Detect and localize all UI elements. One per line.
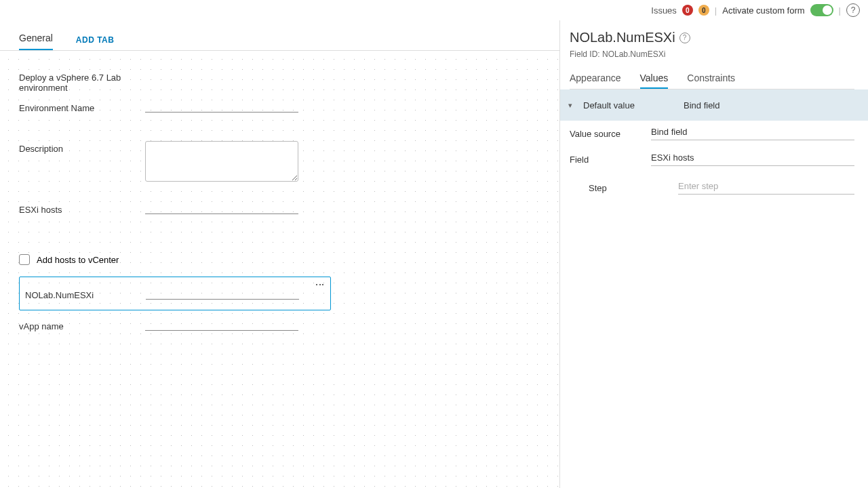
selected-field-input[interactable] — [146, 287, 299, 300]
form-title-label[interactable]: Deploy a vSphere 6.7 Lab environment — [19, 70, 145, 93]
selected-field-nolab-numesxi[interactable]: NOLab.NumESXi ⋮ — [19, 277, 331, 310]
value-source-select[interactable]: Bind field — [651, 127, 854, 140]
selected-field-label: NOLab.NumESXi — [25, 287, 146, 300]
activate-custom-form-toggle[interactable] — [810, 4, 833, 16]
separator: | — [715, 5, 717, 16]
form-canvas[interactable]: Deploy a vSphere 6.7 Lab environment Env… — [0, 51, 559, 488]
vapp-name-input[interactable] — [145, 319, 298, 331]
environment-name-label[interactable]: Environment Name — [19, 100, 145, 113]
field-id-label: Field ID: NOLab.NumESXi — [570, 49, 854, 59]
side-panel-title: NOLab.NumESXi ? — [570, 30, 854, 45]
side-panel: NOLab.NumESXi ? Field ID: NOLab.NumESXi … — [560, 20, 868, 488]
side-tabs: Appearance Values Constraints — [570, 68, 854, 89]
esxi-hosts-input[interactable] — [145, 202, 298, 214]
default-value-section[interactable]: ▾ Default value Bind field — [560, 89, 868, 121]
step-input[interactable]: Enter step — [678, 181, 854, 195]
activate-custom-form-label: Activate custom form — [722, 5, 804, 16]
add-hosts-label[interactable]: Add hosts to vCenter — [37, 255, 119, 265]
tab-appearance[interactable]: Appearance — [570, 68, 621, 89]
tab-values[interactable]: Values — [640, 68, 669, 89]
environment-name-input[interactable] — [145, 100, 298, 113]
kebab-menu-icon[interactable]: ⋮ — [315, 280, 325, 289]
side-help-icon[interactable]: ? — [679, 33, 690, 43]
form-tabs: General ADD TAB — [0, 20, 559, 51]
side-panel-title-text: NOLab.NumESXi — [570, 30, 675, 45]
field-key: Field — [570, 155, 651, 165]
add-hosts-checkbox[interactable] — [19, 254, 30, 265]
esxi-hosts-label[interactable]: ESXi hosts — [19, 202, 145, 215]
tab-constraints[interactable]: Constraints — [687, 68, 735, 89]
vapp-name-label[interactable]: vApp name — [19, 319, 145, 331]
topbar: Issues 0 0 | Activate custom form | ? — [0, 0, 868, 20]
issues-label: Issues — [651, 5, 677, 16]
step-key: Step — [589, 183, 678, 193]
description-textarea[interactable] — [145, 141, 298, 182]
default-value-summary: Bind field — [684, 100, 860, 110]
issues-badge-warning[interactable]: 0 — [698, 5, 709, 16]
value-source-key: Value source — [570, 129, 651, 139]
chevron-down-icon[interactable]: ▾ — [568, 101, 572, 110]
issues-badge-error[interactable]: 0 — [682, 5, 693, 16]
field-select[interactable]: ESXi hosts — [651, 152, 854, 166]
default-value-label: Default value — [580, 100, 675, 110]
tab-general[interactable]: General — [19, 27, 53, 50]
help-icon[interactable]: ? — [846, 3, 860, 17]
separator: | — [839, 5, 841, 16]
add-tab-button[interactable]: ADD TAB — [76, 30, 115, 50]
description-label[interactable]: Description — [19, 141, 145, 154]
